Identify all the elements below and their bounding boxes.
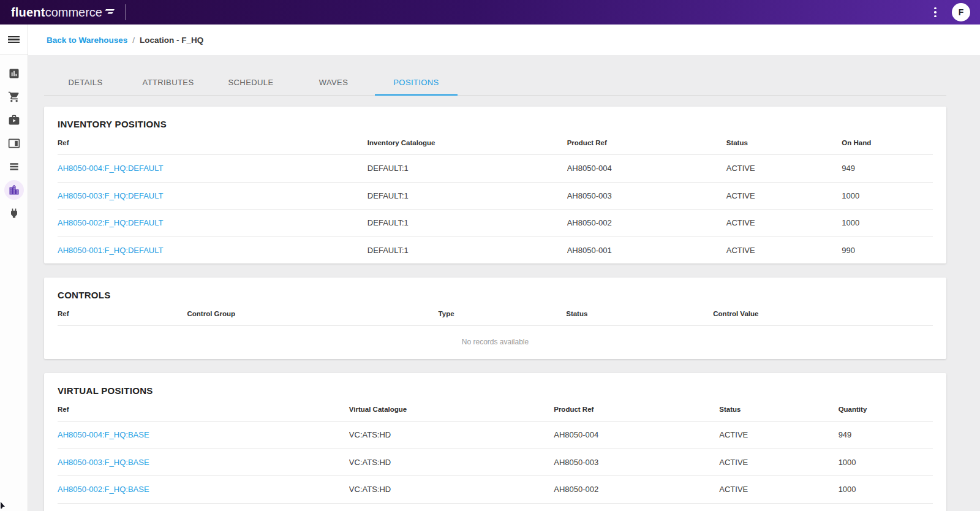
controls-card: CONTROLS RefControl GroupTypeStatusContr… [44, 278, 946, 359]
column-header: On Hand [842, 139, 933, 146]
sidebar-item-plug[interactable] [4, 203, 24, 223]
column-header: Product Ref [567, 139, 726, 146]
table-row: AH8050-003:F_HQ:DEFAULTDEFAULT:1AH8050-0… [58, 182, 933, 210]
tab-details[interactable]: DETAILS [44, 72, 127, 95]
table-cell: DEFAULT:1 [368, 218, 567, 227]
mouse-cursor [0, 500, 7, 511]
row-ref-link[interactable]: AH8050-001:F_HQ:DEFAULT [58, 246, 368, 255]
table-row: AH8050-003:F_HQ:BASEVC:ATS:HDAH8050-003A… [58, 449, 933, 476]
tab-attributes[interactable]: ATTRIBUTES [127, 72, 209, 95]
tab-positions[interactable]: POSITIONS [375, 72, 458, 95]
left-sidebar [0, 25, 28, 511]
row-ref-link[interactable]: AH8050-002:F_HQ:DEFAULT [58, 218, 368, 227]
sidebar-item-buildings[interactable] [4, 180, 24, 200]
header-divider [125, 4, 126, 20]
table-cell: ACTIVE [726, 191, 842, 200]
row-ref-link[interactable]: AH8050-002:F_HQ:BASE [58, 485, 349, 494]
tab-schedule[interactable]: SCHEDULE [209, 72, 292, 95]
table-cell: AH8050-003 [554, 458, 719, 467]
column-header: Status [566, 310, 713, 317]
table-cell: VC:ATS:HD [349, 430, 554, 439]
section-title: CONTROLS [58, 278, 933, 310]
table-cell: 1000 [839, 458, 933, 467]
table-cell: 949 [839, 430, 933, 439]
overflow-menu-icon[interactable] [927, 5, 943, 20]
buildings-icon [8, 184, 20, 196]
table-cell: 990 [842, 246, 933, 255]
breadcrumb: Back to Warehouses / Location - F_HQ [28, 25, 980, 55]
sidebar-item-shopping-cart[interactable] [4, 87, 24, 107]
row-ref-link[interactable]: AH8050-004:F_HQ:DEFAULT [58, 164, 368, 173]
row-ref-link[interactable]: AH8050-003:F_HQ:DEFAULT [58, 191, 368, 200]
hamburger-menu-icon[interactable] [0, 25, 28, 55]
table-cell: VC:ATS:HD [349, 458, 554, 467]
controls-table: RefControl GroupTypeStatusControl Value … [58, 310, 933, 359]
card-panel-icon [8, 137, 20, 150]
table-cell: ACTIVE [726, 218, 842, 227]
column-header: Type [439, 310, 567, 317]
table-row-partial [58, 503, 933, 511]
shopping-cart-icon [8, 91, 20, 103]
table-cell: ACTIVE [719, 430, 838, 439]
sidebar-item-list[interactable] [4, 157, 24, 176]
table-row: AH8050-002:F_HQ:BASEVC:ATS:HDAH8050-002A… [58, 475, 933, 503]
column-header: Inventory Catalogue [368, 139, 567, 146]
table-cell: AH8050-004 [554, 430, 719, 439]
virtual-positions-table: RefVirtual CatalogueProduct RefStatusQua… [58, 406, 933, 511]
plug-icon [8, 207, 20, 219]
bar-chart-icon [8, 67, 20, 80]
table-cell: DEFAULT:1 [368, 191, 567, 200]
virtual-positions-card: VIRTUAL POSITIONS RefVirtual CataloguePr… [44, 373, 946, 511]
inventory-positions-table: RefInventory CatalogueProduct RefStatusO… [58, 139, 933, 263]
column-header: Ref [58, 139, 368, 146]
fluent-commerce-logo[interactable]: fluent commerce [11, 6, 115, 20]
brand-light-text: commerce [45, 6, 102, 20]
sidebar-item-briefcase-play[interactable] [4, 110, 24, 130]
inventory-positions-card: INVENTORY POSITIONS RefInventory Catalog… [44, 107, 946, 263]
user-avatar[interactable]: F [952, 3, 970, 21]
table-cell: ACTIVE [719, 458, 838, 467]
section-title: INVENTORY POSITIONS [58, 107, 933, 139]
list-icon [8, 161, 20, 173]
column-header: Virtual Catalogue [349, 406, 554, 413]
row-ref-link[interactable]: AH8050-004:F_HQ:BASE [58, 430, 349, 439]
table-cell: AH8050-002 [554, 485, 719, 494]
column-header: Ref [58, 406, 349, 413]
column-header: Product Ref [554, 406, 719, 413]
column-header: Status [726, 139, 842, 146]
column-header: Control Group [187, 310, 438, 317]
table-cell: ACTIVE [726, 246, 842, 255]
table-row: AH8050-001:F_HQ:DEFAULTDEFAULT:1AH8050-0… [58, 237, 933, 264]
table-cell: DEFAULT:1 [368, 246, 567, 255]
column-header: Control Value [713, 310, 933, 317]
table-cell: AH8050-002 [567, 218, 726, 227]
empty-message: No records available [58, 325, 933, 359]
row-ref-link[interactable]: AH8050-003:F_HQ:BASE [58, 458, 349, 467]
table-cell: 1000 [839, 485, 933, 494]
table-cell: AH8050-001 [567, 246, 726, 255]
briefcase-play-icon [8, 114, 20, 126]
table-cell: 1000 [842, 218, 933, 227]
table-row: AH8050-004:F_HQ:BASEVC:ATS:HDAH8050-004A… [58, 421, 933, 449]
section-title: VIRTUAL POSITIONS [58, 373, 933, 406]
column-header: Ref [58, 310, 187, 317]
sidebar-item-bar-chart[interactable] [4, 64, 24, 83]
sidebar-icon-list [4, 55, 24, 227]
back-to-warehouses-link[interactable]: Back to Warehouses [47, 36, 127, 45]
table-cell: ACTIVE [726, 164, 842, 173]
table-row: AH8050-002:F_HQ:DEFAULTDEFAULT:1AH8050-0… [58, 209, 933, 237]
brand-bold-text: fluent [11, 6, 45, 20]
tab-waves[interactable]: WAVES [292, 72, 375, 95]
top-header: fluent commerce F [0, 0, 980, 25]
table-cell: AH8050-003 [567, 191, 726, 200]
location-tabs: DETAILSATTRIBUTESSCHEDULEWAVESPOSITIONS [44, 72, 946, 96]
table-row: AH8050-004:F_HQ:DEFAULTDEFAULT:1AH8050-0… [58, 154, 933, 182]
table-cell: DEFAULT:1 [368, 164, 567, 173]
column-header: Quantity [839, 406, 933, 413]
table-cell: ACTIVE [719, 485, 838, 494]
sidebar-item-card-panel[interactable] [4, 134, 24, 153]
table-cell: AH8050-004 [567, 164, 726, 173]
brand-glyph-icon [104, 7, 115, 18]
page-title: Location - F_HQ [140, 36, 203, 45]
table-cell: VC:ATS:HD [349, 485, 554, 494]
